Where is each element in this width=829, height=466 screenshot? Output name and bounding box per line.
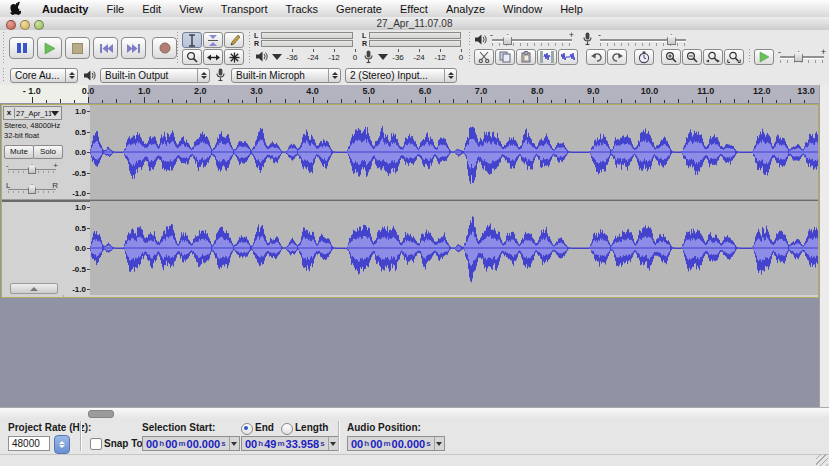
toolbar-dock: L R -36-24-120 L R -36-24-120 - +: [0, 30, 829, 67]
output-device-dropdown[interactable]: Built-in Output: [100, 68, 210, 83]
window-resize-grip[interactable]: [816, 454, 828, 466]
zoom-out-button[interactable]: [682, 49, 702, 65]
transcription-toolbar-grip[interactable]: [748, 49, 752, 64]
track-title: 27_Apr_11.: [15, 109, 51, 118]
recording-meter-caret-icon[interactable]: [378, 54, 388, 61]
vertical-scrollbar[interactable]: [819, 85, 829, 407]
copy-button[interactable]: [495, 49, 515, 65]
track-menu-caret-icon[interactable]: [51, 111, 59, 116]
menu-view[interactable]: View: [170, 3, 212, 15]
project-rate-value[interactable]: 48000: [8, 436, 50, 451]
menu-analyze[interactable]: Analyze: [437, 3, 494, 15]
length-radio[interactable]: [281, 423, 293, 435]
pause-button[interactable]: [9, 37, 34, 59]
timeline-label: 9.0: [587, 86, 600, 96]
mixer-toolbar-grip[interactable]: [468, 32, 472, 47]
transport-toolbar-grip[interactable]: [2, 32, 6, 64]
input-volume-thumb[interactable]: [667, 34, 676, 45]
project-rate-stepper[interactable]: [54, 435, 70, 454]
time-field-caret-icon[interactable]: [229, 437, 239, 450]
vertical-ruler-right-channel[interactable]: 1.00.50.0-0.5-1.0: [63, 201, 91, 295]
input-channels-dropdown[interactable]: 2 (Stereo) Input...: [345, 68, 457, 83]
play-button[interactable]: [37, 37, 62, 59]
cut-icon: [478, 51, 490, 63]
skip-to-start-button[interactable]: [93, 37, 118, 59]
play-at-speed-button[interactable]: [754, 49, 774, 65]
track-area[interactable]: x 27_Apr_11. Stereo, 48000Hz 32-bit floa…: [0, 103, 819, 407]
timeline-ruler[interactable]: - 1.00.01.02.03.04.05.06.07.08.09.010.01…: [0, 85, 819, 104]
fit-project-button[interactable]: [724, 49, 744, 65]
fit-selection-button[interactable]: [703, 49, 723, 65]
length-radio-label: Length: [295, 422, 328, 433]
draw-tool-button[interactable]: [224, 32, 244, 48]
envelope-tool-button[interactable]: [203, 32, 223, 48]
menu-edit[interactable]: Edit: [133, 3, 170, 15]
vertical-ruler-label: 1.0: [75, 203, 86, 212]
menu-window[interactable]: Window: [494, 3, 551, 15]
snap-to-checkbox[interactable]: [90, 438, 102, 450]
cut-button[interactable]: [474, 49, 494, 65]
menu-help[interactable]: Help: [551, 3, 592, 15]
draw-tool-icon: [229, 34, 240, 47]
gain-thumb[interactable]: [28, 164, 36, 174]
output-volume-thumb[interactable]: [503, 34, 512, 45]
multi-tool-button[interactable]: [224, 49, 244, 65]
output-volume-slider[interactable]: - +: [492, 33, 572, 47]
playback-meter-caret-icon[interactable]: [272, 54, 282, 61]
title-bar[interactable]: 27_Apr_11.07.08: [0, 17, 829, 31]
zoom-in-button[interactable]: [661, 49, 681, 65]
sync-lock-icon: [638, 51, 650, 64]
silence-button[interactable]: [558, 49, 578, 65]
trim-button[interactable]: [537, 49, 557, 65]
time-field-caret-icon[interactable]: [328, 437, 338, 450]
stop-button[interactable]: [65, 37, 90, 59]
pan-slider[interactable]: L R: [6, 183, 58, 195]
pan-thumb[interactable]: [28, 184, 36, 194]
waveform-right-channel[interactable]: [90, 201, 818, 295]
undo-button[interactable]: [586, 49, 606, 65]
zoom-tool-button[interactable]: [182, 49, 202, 65]
input-device-dropdown[interactable]: Built-in Microph: [231, 68, 341, 83]
record-button[interactable]: [152, 37, 177, 59]
paste-button[interactable]: [516, 49, 536, 65]
selection-tool-button[interactable]: [182, 32, 202, 48]
vertical-ruler-label: -0.5: [72, 168, 86, 177]
time-field-caret-icon[interactable]: [434, 437, 444, 450]
horizontal-scrollbar-thumb[interactable]: [88, 410, 114, 418]
playback-meter-bar-r: [261, 40, 353, 47]
menu-transport[interactable]: Transport: [212, 3, 277, 15]
waveform-left-channel[interactable]: [90, 105, 818, 199]
track-collapse-button[interactable]: [10, 283, 58, 294]
window-title: 27_Apr_11.07.08: [0, 17, 829, 30]
vertical-ruler-left-channel[interactable]: 1.00.50.0-0.5-1.0: [63, 105, 91, 199]
edit-toolbar-grip[interactable]: [468, 49, 472, 64]
solo-button[interactable]: Solo: [33, 145, 63, 159]
selection-start-field[interactable]: 00h00m00.000s: [142, 436, 240, 451]
device-toolbar-grip[interactable]: [2, 68, 6, 83]
play-speed-slider[interactable]: - +: [780, 50, 824, 64]
menu-audacity[interactable]: Audacity: [33, 3, 97, 15]
timeshift-tool-button[interactable]: [203, 49, 223, 65]
meter-scale-value: -36: [392, 53, 404, 62]
mute-button[interactable]: Mute: [4, 145, 34, 159]
audio-host-dropdown[interactable]: Core Au...: [10, 68, 78, 83]
play-speed-thumb[interactable]: [794, 51, 803, 62]
menu-tracks[interactable]: Tracks: [277, 3, 328, 15]
menu-generate[interactable]: Generate: [327, 3, 391, 15]
sync-lock-button[interactable]: [634, 49, 654, 65]
gain-slider[interactable]: - +: [6, 163, 58, 175]
track-close-button[interactable]: x: [4, 108, 15, 118]
menu-effect[interactable]: Effect: [391, 3, 437, 15]
input-volume-slider[interactable]: -: [600, 33, 686, 47]
tools-toolbar-grip[interactable]: [176, 32, 180, 64]
menu-file[interactable]: File: [97, 3, 133, 15]
end-radio[interactable]: [241, 423, 253, 435]
meter-toolbar-grip[interactable]: [248, 32, 252, 64]
statusbar-divider-2: [338, 421, 339, 451]
audio-track[interactable]: x 27_Apr_11. Stereo, 48000Hz 32-bit floa…: [1, 104, 819, 298]
apple-menu-icon[interactable]: [10, 2, 21, 15]
audio-position-field[interactable]: 00h00m00.000s: [347, 436, 445, 451]
redo-button[interactable]: [607, 49, 627, 65]
skip-to-end-button[interactable]: [121, 37, 146, 59]
selection-end-field[interactable]: 00h49m33.958s: [241, 436, 339, 451]
